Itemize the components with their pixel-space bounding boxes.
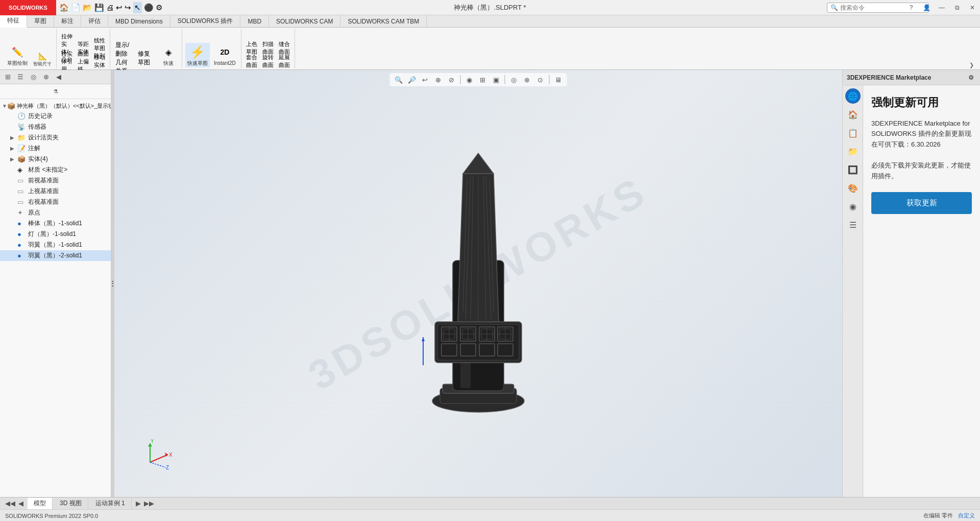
camera-button[interactable]: ⊙ xyxy=(535,74,546,85)
tab-evaluate[interactable]: 评估 xyxy=(81,15,108,28)
tree-history-item[interactable]: 🕐 历史记录 xyxy=(0,111,111,122)
hide-show-button[interactable]: ⊞ xyxy=(477,74,488,85)
save-icon[interactable]: 💾 xyxy=(94,3,104,12)
user-button[interactable]: 👤 xyxy=(919,0,934,15)
tab-sketch[interactable]: 草图 xyxy=(27,15,54,28)
knit-surface-button[interactable]: 缝合曲面 xyxy=(277,42,291,54)
tree-lamp-item[interactable]: ● 灯（黑）-1-solid1 xyxy=(0,229,111,240)
property-manager-tab[interactable]: ☰ xyxy=(15,72,26,83)
new-icon[interactable]: 📄 xyxy=(71,3,81,12)
nav-folder-button[interactable]: 📁 xyxy=(845,144,861,159)
settings-icon[interactable]: ⚙ xyxy=(966,73,976,83)
prev-view-button[interactable]: ↩ xyxy=(420,74,431,85)
repair-sketch-button[interactable]: 修复草图 xyxy=(136,49,156,67)
tree-root-item[interactable]: ▼ 📦 神光棒（黑）（默认）<<默认>_显示状... xyxy=(0,101,111,111)
tab-markup[interactable]: 标注 xyxy=(54,15,81,28)
ribbon: 特征 草图 标注 评估 MBD Dimensions SOLIDWORKS 插件… xyxy=(0,15,980,70)
feature-tree-tab[interactable]: ⊞ xyxy=(2,72,13,83)
configuration-tab[interactable]: ◎ xyxy=(28,72,39,83)
get-update-button[interactable]: 获取更新 xyxy=(871,192,972,214)
appearance-button[interactable]: ▣ xyxy=(491,74,502,85)
nav-home-button[interactable]: 🏠 xyxy=(845,107,861,122)
tree-front-plane-item[interactable]: ▭ 前视基准面 xyxy=(0,175,111,186)
sweep-surface-button[interactable]: 扫描曲面 xyxy=(261,42,275,54)
instant2d-button[interactable]: 2D Instant2D xyxy=(212,43,238,67)
move-entities-button[interactable]: 移动实体 xyxy=(92,55,107,67)
linear-pattern-button[interactable]: 线性草图阵列 xyxy=(92,42,107,54)
tree-designbinder-item[interactable]: ▶ 📁 设计活页夹 xyxy=(0,132,111,143)
bottom-tab-motion[interactable]: 运动算例 1 xyxy=(89,498,132,509)
close-button[interactable]: ✕ xyxy=(965,0,980,15)
tree-annotation-item[interactable]: ▶ 📝 注解 xyxy=(0,143,111,154)
statusbar-right: 在编辑 零件 自定义 xyxy=(923,512,975,519)
tree-material-item[interactable]: ◈ 材质 <未指定> xyxy=(0,164,111,175)
zoom-area-button[interactable]: 🔎 xyxy=(406,74,418,85)
shade-sketch-button[interactable]: 上色草图 xyxy=(244,42,259,54)
open-icon[interactable]: 📂 xyxy=(83,3,92,12)
tab-features[interactable]: 特征 xyxy=(0,15,27,28)
right-panel-header: 3DEXPERIENCE Marketplace ⚙ xyxy=(843,70,980,85)
right-panel-body: 🌐 🏠 📋 📁 🔲 🎨 ◉ ☰ 强制更新可用 3DEXPERIENCE Mark… xyxy=(843,85,980,497)
tree-solid-item[interactable]: ▶ 📦 实体(4) xyxy=(0,154,111,164)
tree-top-plane-item[interactable]: ▭ 上视基准面 xyxy=(0,186,111,197)
tab-first-button[interactable]: ◀◀ xyxy=(4,499,16,508)
display-delete-relations-button[interactable]: 显示/删除几何关系 xyxy=(113,49,134,67)
section-view-button[interactable]: ⊕ xyxy=(433,74,444,85)
tree-sensor-item[interactable]: 📡 传感器 xyxy=(0,122,111,132)
revolve-surface-button[interactable]: 旋转曲面 xyxy=(261,55,275,67)
tree-wing1-item[interactable]: ● 羽翼（黑）-1-solid1 xyxy=(0,240,111,250)
revolve-button[interactable]: 转实体引用 xyxy=(60,55,74,67)
smart-dimension-button[interactable]: 📐 智能尺寸 xyxy=(32,50,53,67)
custom-properties-tab[interactable]: ◀ xyxy=(53,72,64,83)
extend-surface-button[interactable]: 延展曲面 xyxy=(277,55,291,67)
tab-last-button[interactable]: ▶▶ xyxy=(143,499,155,508)
tab-next-button[interactable]: ▶ xyxy=(135,499,142,508)
rebuild-icon[interactable]: ⚫ xyxy=(144,3,154,12)
tree-origin-item[interactable]: ✦ 原点 xyxy=(0,207,111,218)
view-orientation-button[interactable]: ⊘ xyxy=(446,74,457,85)
quick-snaps-button[interactable]: ◈ 快速 xyxy=(158,43,179,67)
surface-offset-button[interactable]: 曲面上偏移 xyxy=(76,55,90,67)
minimize-button[interactable]: — xyxy=(934,0,949,15)
options-icon[interactable]: ⚙ xyxy=(156,3,162,12)
quick-sketch-button[interactable]: ⚡ 快速草图 xyxy=(185,43,210,67)
print-icon[interactable]: 🖨 xyxy=(106,3,114,12)
filter-button[interactable]: ⚗ xyxy=(2,86,109,97)
tab-solidworks-cam[interactable]: SOLIDWORKS CAM xyxy=(269,15,340,28)
tab-solidworks-plugins[interactable]: SOLIDWORKS 插件 xyxy=(170,15,241,28)
bottom-tab-model[interactable]: 模型 xyxy=(28,498,53,509)
nav-grid-button[interactable]: 🔲 xyxy=(845,162,861,177)
nav-lines-button[interactable]: ☰ xyxy=(845,217,861,232)
fit-surface-button[interactable]: 套合曲面 xyxy=(244,55,259,67)
tree-wing2-item[interactable]: ● 羽翼（黑）-2-solid1 xyxy=(0,250,111,261)
tab-prev-button[interactable]: ◀ xyxy=(17,499,24,508)
undo-icon[interactable]: ↩ xyxy=(116,3,122,12)
display-style-button[interactable]: ◉ xyxy=(464,74,475,85)
nav-circle-button[interactable]: ◉ xyxy=(845,199,861,214)
sketch-draw-icon: ✏️ xyxy=(9,44,26,60)
sketch-draw-button[interactable]: ✏️ 草图绘制 xyxy=(5,43,30,67)
restore-button[interactable]: ⧉ xyxy=(949,0,965,15)
pointer-icon[interactable]: ↖ xyxy=(133,2,142,13)
perspective-button[interactable]: ◎ xyxy=(508,74,520,85)
appearance-tab[interactable]: ⊕ xyxy=(40,72,52,83)
zoom-fit-button[interactable]: 🔍 xyxy=(393,74,404,85)
tree-body-item[interactable]: ● 棒体（黑）-1-solid1 xyxy=(0,218,111,229)
nav-palette-button[interactable]: 🎨 xyxy=(845,180,861,196)
bottom-tab-3dview[interactable]: 3D 视图 xyxy=(54,498,88,509)
lighting-button[interactable]: ⊗ xyxy=(522,74,533,85)
tab-solidworks-cam-tbm[interactable]: SOLIDWORKS CAM TBM xyxy=(340,15,427,28)
move-icon: 移动实体 xyxy=(94,56,105,67)
customize-link[interactable]: 自定义 xyxy=(958,512,975,519)
nav-list-button[interactable]: 📋 xyxy=(845,125,861,140)
tab-mbd-dimensions[interactable]: MBD Dimensions xyxy=(108,15,170,28)
tab-mbd[interactable]: MBD xyxy=(240,15,269,28)
home-icon[interactable]: 🏠 xyxy=(59,3,69,12)
help-button[interactable]: ? xyxy=(903,0,919,15)
nav-globe-button[interactable]: 🌐 xyxy=(845,88,861,104)
display-screen-button[interactable]: 🖥 xyxy=(553,74,564,85)
search-icon: 🔍 xyxy=(830,4,838,11)
redo-icon[interactable]: ↪ xyxy=(125,3,131,12)
version-info: SOLIDWORKS Premium 2022 SP0.0 xyxy=(5,513,98,519)
tree-right-plane-item[interactable]: ▭ 右视基准面 xyxy=(0,197,111,207)
